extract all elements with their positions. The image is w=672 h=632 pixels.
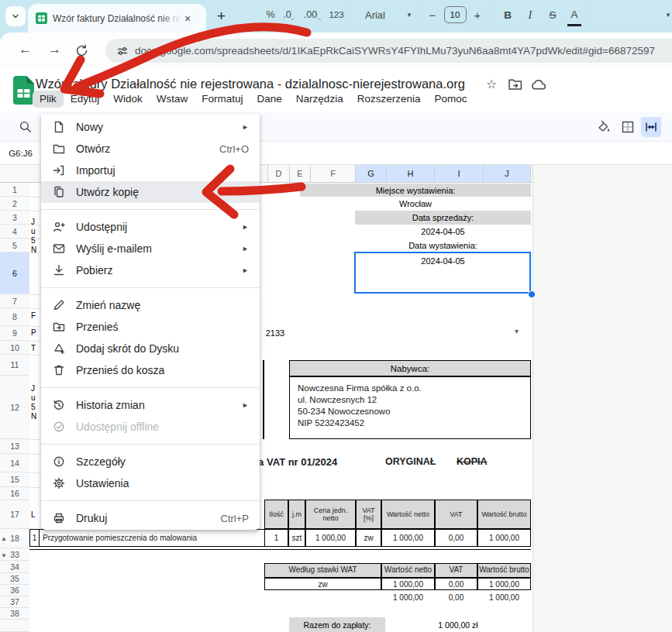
razem-label-cell[interactable]: Razem do zapłaty: (289, 617, 385, 632)
column-header-i[interactable]: I (434, 165, 483, 182)
row-header-6[interactable]: 6 (0, 252, 29, 294)
payment-text-sliver-1[interactable]: F (31, 311, 36, 321)
row-header-8[interactable]: 8 (0, 308, 29, 326)
browser-tab[interactable]: Wzór faktury Działalność nie rej × (28, 4, 206, 33)
font-size-input[interactable]: 10 (443, 0, 467, 29)
increase-font-button[interactable]: + (471, 0, 484, 29)
cell-miejsce-wystawienia-label[interactable]: Miejsce wystawienia: (300, 184, 531, 197)
new-tab-button[interactable]: + (217, 8, 226, 25)
row-header-10[interactable]: 10 (0, 341, 29, 355)
font-family-select[interactable]: Arial (356, 0, 395, 29)
items-header-ilosc[interactable]: Ilość (264, 500, 288, 529)
italic-button[interactable]: I (523, 0, 537, 29)
items-header-wartosc-brutto[interactable]: Wartość brutto (477, 500, 531, 529)
payment-text-sliver-2[interactable]: P (31, 328, 36, 338)
increase-decimal-icon[interactable]: .00→ (303, 0, 323, 29)
url-bar[interactable]: docs.google.com/spreadsheets/d/1IKaEpRkC… (105, 39, 672, 63)
summary-header-stawka[interactable]: Według stawki WAT (264, 563, 381, 578)
menu-item-otworz[interactable]: Otwórz Ctrl+O (41, 138, 260, 160)
summary-vat[interactable]: 0,00 (435, 578, 477, 590)
menu-wstaw[interactable]: Wstaw (150, 91, 195, 108)
summary-header-brutto[interactable]: Wartość brutto (477, 563, 531, 578)
items-header-cena[interactable]: Cena jedn. netto (305, 500, 356, 529)
invoice-items-table[interactable]: Ilość j.m Cena jedn. netto VAT [%] Warto… (264, 500, 531, 547)
kopia-label[interactable]: KOPIA (457, 456, 488, 467)
razem-value-cell[interactable]: 1 000,00 zł (385, 617, 531, 632)
menu-plik[interactable]: Plik (33, 91, 64, 108)
menu-edytuj[interactable]: Edytuj (64, 91, 107, 108)
item-vat-proc[interactable]: zw (356, 529, 381, 547)
document-title[interactable]: Wzór faktury Działalność nie rejestrowan… (36, 77, 465, 91)
cloud-status-icon[interactable] (531, 78, 547, 91)
row-header-7[interactable]: 7 (0, 294, 29, 308)
strikethrough-button[interactable]: S (546, 0, 560, 29)
menu-item-zmien-nazwe[interactable]: Zmień nazwę (41, 294, 260, 316)
column-header-f[interactable]: F (310, 165, 355, 182)
summary-header-vat[interactable]: VAT (435, 563, 477, 578)
borders-icon[interactable] (621, 120, 635, 134)
total-vat[interactable]: 0,00 (435, 591, 477, 603)
fill-handle[interactable] (528, 290, 536, 298)
star-icon[interactable]: ☆ (486, 77, 497, 91)
row-header-17[interactable]: 17 (0, 500, 29, 529)
seller-text-sliver[interactable]: Ju 5N (31, 218, 36, 255)
summary-header-netto[interactable]: Wartość netto (381, 563, 435, 578)
menu-narzedzia[interactable]: Narzędzia (289, 91, 350, 108)
vat-summary-table[interactable]: Według stawki WAT Wartość netto VAT Wart… (264, 563, 531, 590)
summary-netto[interactable]: 1 000,00 (381, 578, 435, 590)
menu-item-pobierz[interactable]: Pobierz ► (41, 259, 260, 281)
row-header-16[interactable]: 16 (0, 487, 29, 500)
forward-icon[interactable]: → (48, 42, 61, 57)
back-icon[interactable]: ← (19, 42, 32, 57)
cell-dropdown-arrow-icon[interactable]: ▾ (515, 327, 519, 335)
menu-item-drukuj[interactable]: Drukuj Ctrl+P (41, 507, 260, 529)
row-header-3[interactable]: 3 (0, 211, 29, 225)
items-header-jm[interactable]: j.m (288, 500, 305, 529)
column-header-g[interactable]: G (355, 165, 386, 182)
merge-chevron-icon[interactable]: ▾ (663, 0, 672, 29)
nabywca-info-cell[interactable]: Nowczesna Firma spółka z o.o. ul. Nowcze… (289, 376, 531, 439)
menu-item-utworz-kopie[interactable]: Utwórz kopię (41, 181, 260, 203)
payment-text-sliver-3[interactable]: T (31, 344, 36, 353)
row-header-1[interactable]: 1 (0, 183, 29, 197)
vat-totals-row[interactable]: 1 000,00 0,00 1 000,00 (264, 591, 531, 603)
sheets-logo[interactable] (13, 76, 34, 105)
lp-header-sliver[interactable]: L (31, 510, 36, 520)
item-ilosc[interactable]: 1 (264, 529, 288, 547)
column-header-d[interactable]: D (267, 165, 289, 182)
nabywca-header-cell[interactable]: Nabywca: (289, 360, 531, 376)
menu-item-przenies[interactable]: Przenieś (41, 316, 260, 338)
menu-pomoc[interactable]: Pomoc (427, 91, 474, 108)
column-header-e[interactable]: E (289, 165, 310, 182)
bold-button[interactable]: B (501, 0, 515, 29)
menu-item-historia-zmian[interactable]: Historia zmian ► (41, 394, 260, 416)
merge-cells-button[interactable] (641, 117, 661, 137)
cell-data-wystawienia-label[interactable]: Data wystawienia: (355, 239, 531, 252)
decrease-decimal-icon[interactable]: .0← (281, 0, 299, 29)
tab-search-button[interactable] (5, 6, 26, 26)
cell-account-number-fragment[interactable]: 2133 (258, 326, 292, 339)
move-folder-icon[interactable] (508, 78, 522, 91)
row-header-11[interactable]: 11 (0, 355, 29, 376)
menu-formatuj[interactable]: Formatuj (195, 91, 250, 108)
menu-item-udostepnij[interactable]: Udostępnij ► (41, 216, 260, 238)
more-formats-button[interactable]: 123 (327, 0, 346, 29)
column-header-h[interactable]: H (386, 165, 434, 182)
close-tab-icon[interactable]: × (184, 12, 191, 25)
summary-brutto[interactable]: 1 000,00 (477, 578, 531, 590)
cell-data-sprzedazy-label[interactable]: Data sprzedaży: (355, 211, 531, 225)
summary-stawka[interactable]: zw (264, 578, 381, 590)
original-label[interactable]: ORYGINAŁ (385, 456, 436, 467)
row-header-14[interactable]: 14 (0, 454, 29, 472)
item-description-cell[interactable]: Przygotowanie pomieszczenia do malowania (39, 529, 265, 547)
row-header-34[interactable]: 34 (0, 561, 29, 573)
menu-item-nowy[interactable]: Nowy ► (41, 116, 260, 138)
row-header-9[interactable]: 9 (0, 326, 29, 341)
cell-miejsce-wystawienia-value[interactable]: Wrocław (300, 197, 531, 211)
menu-item-importuj[interactable]: Importuj (41, 160, 260, 181)
menu-item-szczegoly[interactable]: Szczegóły (41, 451, 260, 472)
row-header-37[interactable]: 37 (0, 596, 29, 608)
total-netto[interactable]: 1 000,00 (381, 591, 435, 603)
item-vat[interactable]: 0,00 (435, 529, 477, 547)
column-header-j[interactable]: J (483, 165, 531, 182)
